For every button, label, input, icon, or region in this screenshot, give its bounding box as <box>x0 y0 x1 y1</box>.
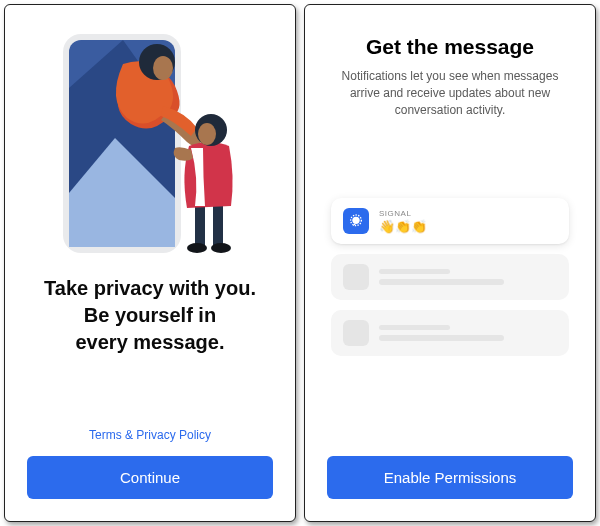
notification-message: 👋👏👏 <box>379 220 557 233</box>
onboarding-welcome-screen: Take privacy with you. Be yourself in ev… <box>4 4 296 522</box>
placeholder-line <box>379 279 504 285</box>
signal-logo-icon <box>348 213 364 229</box>
notification-app-name: SIGNAL <box>379 209 557 218</box>
onboarding-notifications-screen: Get the message Notifications let you se… <box>304 4 596 522</box>
placeholder-line <box>379 325 450 330</box>
svg-point-8 <box>187 243 207 253</box>
svg-point-5 <box>153 56 173 80</box>
headline-line-2: Be yourself in <box>27 302 273 329</box>
notifications-subtitle: Notifications let you see when messages … <box>327 68 573 118</box>
welcome-headline: Take privacy with you. Be yourself in ev… <box>27 275 273 356</box>
svg-point-11 <box>198 123 216 145</box>
notification-card-placeholder <box>331 254 569 300</box>
notification-card-signal: SIGNAL 👋👏👏 <box>331 198 569 244</box>
svg-point-13 <box>352 217 359 224</box>
notifications-title: Get the message <box>327 35 573 59</box>
notification-body: SIGNAL 👋👏👏 <box>379 209 557 233</box>
placeholder-line <box>379 335 504 341</box>
signal-app-icon <box>343 208 369 234</box>
enable-permissions-button[interactable]: Enable Permissions <box>327 456 573 499</box>
notification-preview-stack: SIGNAL 👋👏👏 <box>327 198 573 356</box>
svg-rect-7 <box>213 206 223 246</box>
headline-line-1: Take privacy with you. <box>27 275 273 302</box>
placeholder-line <box>379 269 450 274</box>
svg-rect-6 <box>195 206 205 246</box>
notification-card-placeholder <box>331 310 569 356</box>
continue-button[interactable]: Continue <box>27 456 273 499</box>
placeholder-app-icon <box>343 264 369 290</box>
placeholder-app-icon <box>343 320 369 346</box>
placeholder-body <box>379 325 557 341</box>
welcome-illustration <box>27 23 273 253</box>
placeholder-body <box>379 269 557 285</box>
headline-line-3: every message. <box>27 329 273 356</box>
svg-point-9 <box>211 243 231 253</box>
terms-privacy-link[interactable]: Terms & Privacy Policy <box>27 428 273 442</box>
parent-child-phone-illustration <box>45 28 255 253</box>
